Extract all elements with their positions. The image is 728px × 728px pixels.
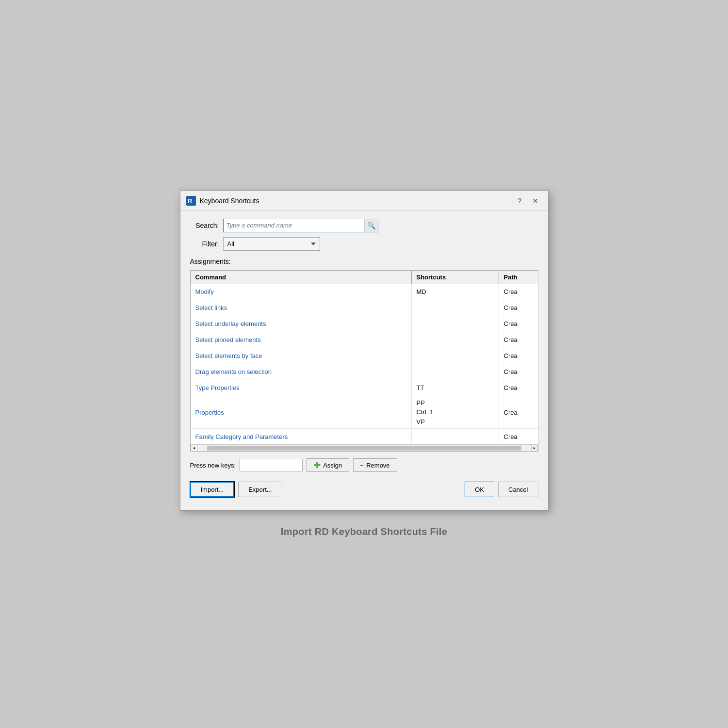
remove-label: Remove [366,462,389,469]
table-row[interactable]: Select pinned elementsCrea [191,332,538,348]
table-row[interactable]: Type PropertiesTTCrea [191,380,538,396]
cell-path: Crea [499,429,538,444]
cell-path: Crea [499,396,538,429]
cell-command: Properties [191,396,412,429]
remove-icon: ━ [360,463,363,468]
cell-shortcuts [412,348,499,364]
horizontal-scrollbar[interactable]: ◂ ▸ [191,444,538,451]
titlebar-controls: ? ✕ [513,195,542,207]
search-row: Search: 🔍 [190,219,538,232]
page-caption: Import RD Keyboard Shortcuts File [281,526,447,537]
plus-icon: ✚ [314,461,320,470]
cell-command: Select elements by face [191,348,412,364]
table-row[interactable]: PropertiesPPCtrl+1VPCrea [191,396,538,429]
table-row[interactable]: ModifyMDCrea [191,284,538,300]
resize-grip[interactable]: ⋱ [180,503,548,510]
cell-path: Crea [499,364,538,380]
cell-shortcuts [412,300,499,316]
svg-text:R: R [188,197,193,205]
assign-button[interactable]: ✚ Assign [307,458,349,472]
dialog-title: Keyboard Shortcuts [200,197,509,205]
assignments-table: Command Shortcuts Path ModifyMDCreaSelec… [190,270,538,452]
table-header: Command Shortcuts Path [191,271,538,284]
help-button[interactable]: ? [513,195,527,207]
revit-icon: R [186,196,196,206]
dialog-body: Search: 🔍 Filter: All Architecture Struc… [180,211,548,478]
cell-path: Crea [499,300,538,316]
scroll-thumb[interactable] [207,446,521,451]
cell-shortcuts [412,429,499,444]
cell-command: Modify [191,284,412,300]
assignments-label: Assignments: [190,258,538,265]
filter-select[interactable]: All Architecture Structure Systems Inser… [223,237,320,251]
search-label: Search: [190,222,219,229]
table-body[interactable]: ModifyMDCreaSelect linksCreaSelect under… [191,284,538,445]
search-input[interactable] [224,221,364,230]
col-path: Path [499,271,538,284]
table-row[interactable]: Drag elements on selectionCrea [191,364,538,380]
dialog-footer: Import... Export... OK Cancel [180,478,548,503]
scroll-left-btn[interactable]: ◂ [191,445,197,452]
import-button[interactable]: Import... [190,482,235,497]
titlebar: R Keyboard Shortcuts ? ✕ [180,191,548,211]
table-row[interactable]: Family Category and ParametersCrea [191,429,538,444]
cell-shortcuts: PPCtrl+1VP [412,396,499,429]
filter-label: Filter: [190,240,219,248]
cell-path: Crea [499,348,538,364]
table-row[interactable]: Select underlay elementsCrea [191,316,538,332]
press-keys-row: Press new keys: ✚ Assign ━ Remove [190,458,538,472]
col-shortcuts: Shortcuts [412,271,499,284]
keys-input[interactable] [240,459,303,471]
cell-command: Select underlay elements [191,316,412,332]
cancel-button[interactable]: Cancel [498,482,538,497]
filter-row: Filter: All Architecture Structure Syste… [190,237,538,251]
search-button[interactable]: 🔍 [364,219,378,232]
footer-right: OK Cancel [465,482,538,497]
remove-button[interactable]: ━ Remove [353,458,397,472]
assign-label: Assign [323,462,342,469]
cell-shortcuts: TT [412,380,499,396]
cell-path: Crea [499,332,538,348]
cell-shortcuts [412,332,499,348]
cell-command: Family Category and Parameters [191,429,412,444]
table-row[interactable]: Select elements by faceCrea [191,348,538,364]
scroll-right-btn[interactable]: ▸ [531,445,538,452]
export-button[interactable]: Export... [238,482,282,497]
cell-shortcuts: MD [412,284,499,300]
keyboard-shortcuts-dialog: R Keyboard Shortcuts ? ✕ Search: 🔍 [180,191,549,511]
search-icon: 🔍 [367,222,375,229]
cell-path: Crea [499,316,538,332]
cell-command: Type Properties [191,380,412,396]
col-command: Command [191,271,412,284]
cell-path: Crea [499,380,538,396]
cell-command: Select pinned elements [191,332,412,348]
table-row[interactable]: Select linksCrea [191,300,538,316]
press-keys-label: Press new keys: [190,462,236,469]
ok-button[interactable]: OK [465,482,494,497]
close-button[interactable]: ✕ [529,195,542,207]
footer-left: Import... Export... [190,482,282,497]
cell-command: Select links [191,300,412,316]
search-input-wrapper: 🔍 [223,219,378,232]
cell-path: Crea [499,284,538,300]
cell-shortcuts [412,364,499,380]
cell-shortcuts [412,316,499,332]
cell-command: Drag elements on selection [191,364,412,380]
page-wrapper: R Keyboard Shortcuts ? ✕ Search: 🔍 [180,191,549,538]
